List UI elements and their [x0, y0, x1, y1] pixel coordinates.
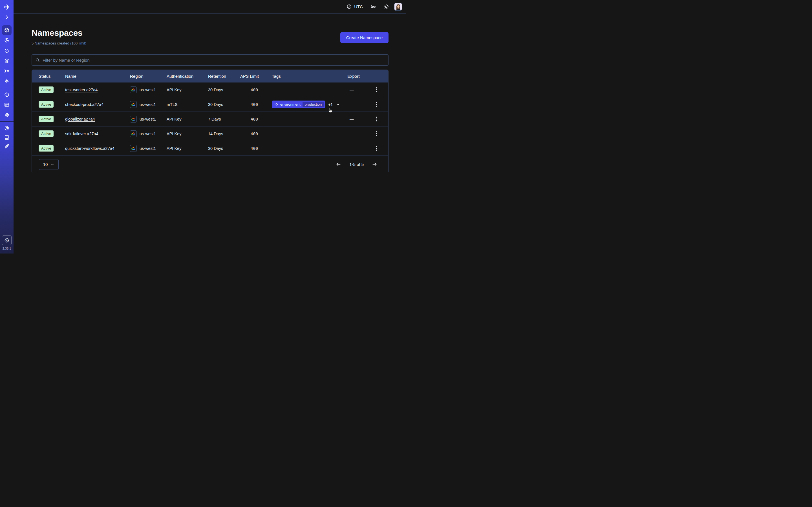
create-namespace-button[interactable]: Create Namespace [340, 32, 389, 43]
col-header-aps-limit: APS Limit [240, 74, 272, 78]
sun-theme-toggle-icon[interactable] [384, 4, 389, 10]
namespace-link[interactable]: sdk-failover.a27a4 [65, 131, 98, 136]
page-size-select[interactable]: 10 [39, 159, 59, 170]
filter-bar [32, 54, 389, 66]
previous-page-button[interactable] [336, 161, 342, 167]
col-header-name: Name [65, 74, 130, 78]
gcp-cloud-icon [130, 145, 137, 152]
clock-icon [347, 4, 352, 9]
status-badge: Active [39, 101, 54, 108]
sidebar-divider [0, 121, 13, 122]
sidebar-item-asterisk-icon[interactable] [4, 78, 10, 83]
region-label: us-west1 [140, 131, 156, 136]
region-label: us-west1 [140, 117, 156, 121]
status-badge: Active [39, 116, 54, 122]
sidebar-item-docs-book-icon[interactable] [4, 135, 10, 140]
tag-value: production [303, 102, 324, 107]
credits-badge-button[interactable]: $ [2, 235, 11, 245]
aps-limit-cell: 400 [240, 131, 272, 136]
namespace-link[interactable]: globalizer.a27a4 [65, 117, 95, 121]
sidebar-item-rocket-icon[interactable] [4, 144, 10, 149]
pagination-range: 1-5 of 5 [349, 162, 364, 167]
sidebar-item-timer-icon[interactable] [4, 48, 10, 54]
export-cell: — [347, 146, 364, 151]
tag-more-count: +1 [328, 102, 333, 107]
svg-text:$: $ [6, 239, 8, 242]
region-label: us-west1 [140, 88, 156, 92]
sidebar-item-gauge-icon[interactable] [4, 92, 10, 98]
table-row: Active checkout-prod.a27a4 us-west1 mTLS… [32, 97, 388, 112]
page-title: Namespaces [32, 28, 82, 38]
topbar: UTC [13, 0, 406, 13]
table-row: Active test-worker.a27a4 us-west1 API Ke… [32, 82, 388, 97]
auth-cell: API Key [167, 146, 208, 151]
pagination-bar: 10 1-5 of 5 [32, 156, 388, 173]
aps-limit-cell: 400 [240, 117, 272, 121]
filter-input[interactable] [43, 58, 385, 62]
export-cell: — [347, 131, 364, 136]
export-cell: — [347, 88, 364, 92]
status-badge: Active [39, 130, 54, 137]
sidebar-item-support-lifebuoy-icon[interactable] [4, 125, 10, 131]
retention-cell: 30 Days [208, 88, 240, 92]
tag-key: environment [280, 102, 301, 107]
col-header-tags: Tags [272, 74, 347, 78]
sidebar-item-orbit-icon[interactable] [4, 38, 10, 43]
tag-icon [274, 103, 278, 107]
row-menu-button[interactable] [364, 131, 388, 136]
temporal-logo [4, 4, 10, 10]
sidebar: $ 2.35.1 [0, 0, 13, 253]
sidebar-item-gear-icon[interactable] [4, 112, 10, 118]
timezone-selector[interactable]: UTC [347, 4, 363, 9]
app-version: 2.35.1 [0, 247, 13, 250]
namespace-link[interactable]: checkout-prod.a27a4 [65, 102, 103, 107]
tags-cell: environment production +1 [272, 101, 347, 108]
row-menu-button[interactable] [364, 102, 388, 107]
chevron-down-icon [50, 163, 54, 166]
status-badge: Active [39, 145, 54, 152]
sidebar-item-namespaces[interactable] [4, 27, 10, 33]
gcp-cloud-icon [130, 116, 137, 122]
auth-cell: mTLS [167, 102, 208, 107]
region-label: us-west1 [140, 102, 156, 107]
retention-cell: 30 Days [208, 146, 240, 151]
timezone-label: UTC [354, 4, 363, 9]
gcp-cloud-icon [130, 87, 137, 93]
search-icon [35, 58, 40, 62]
aps-limit-cell: 400 [240, 88, 272, 92]
glasses-icon[interactable] [370, 4, 376, 10]
sidebar-item-billing-card-icon[interactable] [4, 102, 10, 108]
status-badge: Active [39, 87, 54, 93]
auth-cell: API Key [167, 117, 208, 121]
row-menu-button[interactable] [364, 117, 388, 121]
table-row: Active sdk-failover.a27a4 us-west1 API K… [32, 126, 388, 141]
table-row: Active globalizer.a27a4 us-west1 API Key… [32, 112, 388, 126]
gcp-cloud-icon [130, 101, 137, 108]
row-menu-button[interactable] [364, 87, 388, 92]
namespaces-table: Status Name Region Authentication Retent… [32, 69, 389, 173]
aps-limit-cell: 400 [240, 102, 272, 107]
export-cell: — [347, 102, 364, 107]
expand-sidebar-chevron-icon[interactable] [4, 14, 10, 20]
table-row: Active quickstart-workflows.a27a4 us-wes… [32, 141, 388, 156]
region-label: us-west1 [140, 146, 156, 151]
retention-cell: 7 Days [208, 117, 240, 121]
table-header-row: Status Name Region Authentication Retent… [32, 70, 388, 82]
namespace-link[interactable]: quickstart-workflows.a27a4 [65, 146, 114, 151]
next-page-button[interactable] [371, 161, 377, 167]
sidebar-item-branch-icon[interactable] [4, 68, 10, 74]
namespace-link[interactable]: test-worker.a27a4 [65, 88, 98, 92]
auth-cell: API Key [167, 131, 208, 136]
auth-cell: API Key [167, 88, 208, 92]
row-menu-button[interactable] [364, 146, 388, 151]
tags-expand-chevron-icon[interactable] [336, 102, 340, 107]
col-header-region: Region [130, 74, 167, 78]
col-header-export: Export [347, 74, 364, 78]
retention-cell: 14 Days [208, 131, 240, 136]
sidebar-item-layers-icon[interactable] [4, 58, 10, 64]
page-subtitle: 5 Namespaces created (100 limit) [32, 41, 86, 45]
user-avatar[interactable] [394, 3, 402, 11]
aps-limit-cell: 400 [240, 146, 272, 151]
col-header-authentication: Authentication [167, 74, 208, 78]
tag-pill[interactable]: environment production [272, 101, 325, 108]
